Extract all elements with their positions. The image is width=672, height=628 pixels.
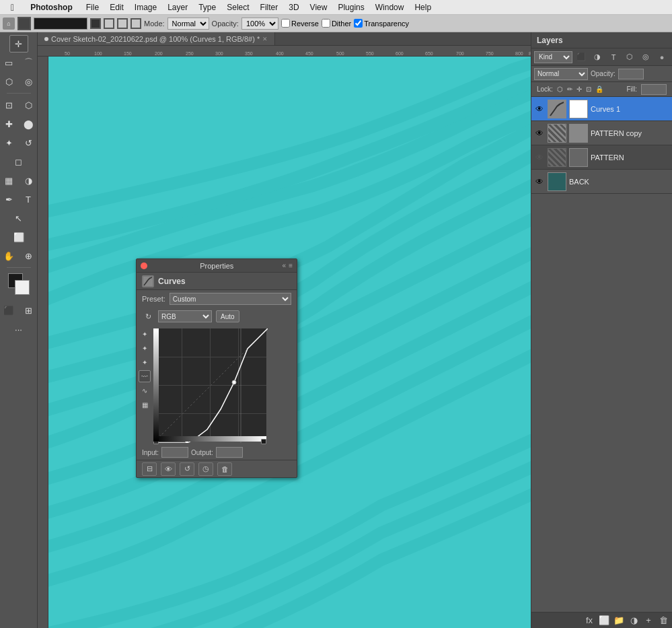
rectangle-tool[interactable]: ⬜: [9, 228, 28, 246]
delete-btn[interactable]: 🗑: [217, 462, 232, 476]
input-value[interactable]: [161, 447, 188, 458]
pen-tool[interactable]: ✒: [0, 190, 18, 208]
extras-btn[interactable]: ···: [9, 320, 28, 338]
menu-edit[interactable]: Edit: [104, 0, 129, 14]
color-preview[interactable]: [34, 18, 87, 30]
apple-menu[interactable]: : [5, 0, 20, 14]
delete-layer-btn[interactable]: 🗑: [657, 615, 669, 627]
menu-help[interactable]: Help: [409, 0, 437, 14]
layer-item-back[interactable]: 👁 BACK: [531, 170, 672, 194]
add-fx-btn[interactable]: fx: [583, 615, 595, 627]
app-name[interactable]: Photoshop: [25, 0, 78, 14]
clone-stamp-tool[interactable]: ✦: [0, 134, 18, 151]
channel-select[interactable]: RGB Red Green Blue: [158, 310, 212, 322]
menu-filter[interactable]: Filter: [255, 0, 284, 14]
menu-type[interactable]: Type: [193, 0, 221, 14]
blend-mode-select[interactable]: Normal: [534, 68, 588, 80]
move-tool[interactable]: ✛: [9, 35, 28, 53]
menu-image[interactable]: Image: [129, 0, 162, 14]
filter-active[interactable]: ●: [655, 50, 669, 64]
menu-file[interactable]: File: [81, 0, 104, 14]
layer-visibility-back[interactable]: 👁: [534, 177, 545, 186]
brush-tool[interactable]: ⬤: [19, 115, 38, 133]
screen-mode-btn[interactable]: ⊞: [19, 302, 38, 319]
background-color[interactable]: [15, 280, 30, 295]
history-brush-tool[interactable]: ↺: [19, 134, 38, 151]
layer-visibility-curves1[interactable]: 👁: [534, 104, 545, 114]
lock-all-btn[interactable]: 🔒: [595, 85, 603, 93]
lock-transparent-btn[interactable]: ⬡: [557, 85, 563, 93]
quick-selection-tool[interactable]: ◎: [19, 73, 38, 90]
channel-cycle-btn[interactable]: ↻: [142, 310, 154, 322]
opacity-select[interactable]: 100%: [241, 18, 278, 30]
hand-tool[interactable]: ✋: [0, 247, 18, 265]
lock-artboard-btn[interactable]: ⊡: [586, 85, 591, 93]
lasso-tool[interactable]: ⌒: [19, 54, 38, 71]
properties-titlebar[interactable]: Properties « ≡: [137, 259, 297, 273]
menu-view[interactable]: View: [305, 0, 333, 14]
spot-healing-tool[interactable]: ✚: [0, 115, 18, 133]
reset-btn[interactable]: ↺: [180, 462, 194, 476]
input-handle-white[interactable]: [261, 439, 266, 444]
view-previous-btn[interactable]: ◷: [198, 462, 213, 476]
add-mask-btn[interactable]: ⬜: [598, 615, 610, 627]
shape-btn-4[interactable]: [130, 18, 141, 29]
layer-item-pattern-copy[interactable]: 👁 PATTERN copy: [531, 121, 672, 145]
path-select-tool[interactable]: ↖: [9, 209, 28, 227]
opacity-input[interactable]: 100%: [618, 69, 644, 79]
properties-expand-btn[interactable]: «: [283, 262, 287, 269]
preset-select[interactable]: Custom: [170, 293, 291, 305]
magic-wand-tool[interactable]: ⬡: [0, 73, 18, 90]
curves-histogram-btn[interactable]: ▦: [139, 398, 151, 411]
properties-close-btn[interactable]: [141, 263, 147, 269]
layer-item-pattern[interactable]: 👁 PATTERN: [531, 145, 672, 170]
eyedropper-tool[interactable]: ⬡: [19, 96, 38, 114]
filter-type-btn[interactable]: T: [606, 50, 621, 64]
visibility-btn[interactable]: 👁: [161, 462, 176, 476]
layer-visibility-pattern[interactable]: 👁: [534, 153, 545, 162]
transparency-checkbox[interactable]: Transparency: [354, 19, 409, 28]
menu-plugins[interactable]: Plugins: [332, 0, 369, 14]
gradient-tool[interactable]: ▦: [0, 172, 18, 189]
shape-btn-2[interactable]: [104, 18, 114, 29]
lock-position-btn[interactable]: ✛: [576, 85, 582, 93]
mask-mode-btn[interactable]: ⬛: [0, 302, 18, 319]
lock-pixels-btn[interactable]: ✏: [567, 85, 572, 93]
filter-adj-btn[interactable]: ◑: [590, 50, 605, 64]
rectangular-marquee-tool[interactable]: ▭: [0, 54, 18, 71]
canvas-tab[interactable]: Cover Sketch-02_20210622.psd @ 100% (Cur…: [38, 32, 275, 46]
fill-input[interactable]: 100%: [641, 84, 667, 95]
curves-eyedropper-mid[interactable]: ✦: [139, 342, 151, 354]
home-icon[interactable]: ⌂: [3, 18, 15, 30]
filter-pixel-btn[interactable]: ⬛: [574, 50, 589, 64]
curves-eyedropper-shadow[interactable]: ✦: [139, 328, 151, 340]
mode-select[interactable]: Normal: [167, 18, 209, 30]
reverse-checkbox[interactable]: Reverse: [281, 19, 319, 28]
properties-menu-btn[interactable]: ≡: [289, 262, 293, 269]
shape-btn-3[interactable]: [117, 18, 128, 29]
filter-smart-btn[interactable]: ◎: [638, 50, 653, 64]
kind-filter-select[interactable]: Kind: [534, 51, 572, 63]
curves-smooth-btn[interactable]: ∿: [139, 384, 151, 396]
menu-window[interactable]: Window: [370, 0, 410, 14]
menu-layer[interactable]: Layer: [162, 0, 193, 14]
zoom-tool[interactable]: ⊕: [19, 247, 38, 265]
new-layer-btn[interactable]: +: [642, 615, 655, 627]
menu-select[interactable]: Select: [221, 0, 254, 14]
eraser-tool[interactable]: ◻: [9, 153, 28, 170]
crop-tool[interactable]: ⊡: [0, 96, 18, 114]
shape-btn-1[interactable]: [90, 18, 101, 29]
brush-shape-preview[interactable]: [17, 17, 31, 30]
menu-3d[interactable]: 3D: [283, 0, 304, 14]
layer-visibility-pattern-copy[interactable]: 👁: [534, 129, 545, 138]
tab-close-btn[interactable]: ✕: [262, 36, 268, 42]
layer-item-curves1[interactable]: 👁 Curves 1: [531, 97, 672, 121]
filter-shape-btn[interactable]: ⬡: [622, 50, 637, 64]
clip-to-layer-btn[interactable]: ⊟: [142, 462, 157, 476]
curves-eyedropper-highlight[interactable]: ✦: [139, 356, 151, 368]
output-value[interactable]: [216, 447, 243, 458]
auto-btn[interactable]: Auto: [216, 310, 239, 322]
dither-checkbox[interactable]: Dither: [322, 19, 351, 28]
create-adj-btn[interactable]: ◑: [628, 615, 640, 627]
curves-pencil-btn[interactable]: 〰: [139, 370, 151, 382]
